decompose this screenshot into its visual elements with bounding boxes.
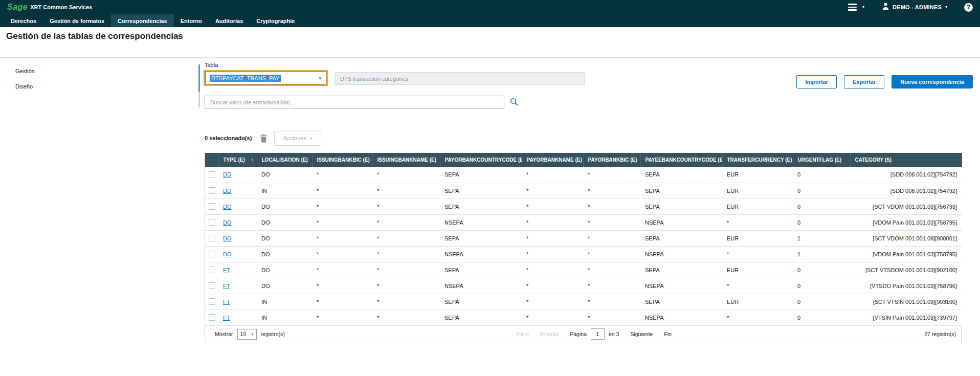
type-link[interactable]: DD	[223, 188, 231, 194]
type-link[interactable]: DO	[223, 219, 232, 226]
menu-caret-icon[interactable]: ▾	[862, 5, 864, 9]
importar-button[interactable]: Importar	[796, 75, 837, 89]
cell-urgentflag-e: 0	[793, 183, 850, 198]
cell-category-s: [VTSIN Pain 001.001.03][739797]	[850, 309, 962, 325]
cell-type-e: FT	[218, 294, 257, 309]
pagination-bar: Mostrar 10 ▾ registro(s) Inicio Anterior…	[205, 326, 961, 343]
selected-count: 0 seleccionado(s)	[205, 135, 252, 141]
cell-issuingbankbic-e: *	[312, 230, 372, 246]
row-checkbox[interactable]	[209, 187, 215, 194]
nueva-correspondencia-button[interactable]: Nueva correspondencia	[892, 75, 973, 89]
type-link[interactable]: FT	[223, 283, 230, 289]
table-body: DDDO**SEPA**SEPAEUR0[SDD 008.001.02][754…	[205, 167, 962, 325]
row-checkbox[interactable]	[209, 171, 215, 178]
cell-payorbankbic-e: *	[583, 278, 640, 294]
tabla-combobox[interactable]: DTSPAYCAT_TRANS_PAY ▾	[204, 70, 328, 86]
cell-payorbankcountrycode-e: NSEPA	[440, 278, 522, 294]
row-checkbox[interactable]	[209, 219, 215, 226]
type-link[interactable]: DD	[223, 171, 231, 178]
exportar-button[interactable]: Exportar	[844, 75, 884, 89]
search-icon	[510, 98, 518, 106]
type-link[interactable]: DO	[223, 204, 232, 210]
cell-urgentflag-e: 0	[793, 294, 850, 309]
column-header-type-e[interactable]: TYPE (E)↑	[218, 153, 257, 167]
column-header-localisation-e[interactable]: LOCALISATION (E)	[257, 153, 312, 167]
row-checkbox[interactable]	[209, 251, 215, 257]
sort-ascending-icon: ↑	[251, 157, 254, 163]
user-caret-icon: ▾	[945, 5, 947, 9]
cell-localisation-e: DO	[257, 167, 312, 183]
type-link[interactable]: DO	[223, 235, 232, 241]
row-checkbox[interactable]	[209, 267, 215, 273]
help-icon[interactable]: ?	[964, 3, 973, 12]
nav-tab-derechos[interactable]: Derechos	[4, 14, 43, 27]
page-title: Gestión de las tablas de correspondencia…	[6, 31, 183, 41]
row-checkbox-cell	[205, 198, 218, 214]
cell-transfercurrency-e: EUR	[722, 230, 793, 246]
nav-tab-correspondencias[interactable]: Correspondencias	[111, 14, 174, 27]
user-icon	[882, 3, 889, 12]
delete-button[interactable]	[260, 134, 268, 143]
row-checkbox[interactable]	[209, 314, 215, 321]
cell-category-s: [SCT VTSIN 001.001.03][903100]	[850, 294, 962, 309]
column-header-issuingbankname-e[interactable]: ISSUINGBANKNAME (E)	[372, 153, 440, 167]
type-link[interactable]: FT	[223, 267, 230, 273]
last-page-button[interactable]: Fin	[664, 331, 672, 337]
search-button[interactable]	[509, 98, 519, 107]
cell-issuingbankname-e: *	[372, 167, 440, 183]
column-header-urgentflag-e[interactable]: URGENTFLAG (E)	[793, 153, 850, 167]
cell-payorbankname-e: *	[522, 214, 583, 230]
menu-icon[interactable]	[847, 3, 858, 11]
cell-category-s: [SCT VTSDOM 001.001.03][902100]	[850, 262, 962, 278]
type-link[interactable]: FT	[223, 299, 230, 305]
cell-issuingbankname-e: *	[372, 230, 440, 246]
row-checkbox[interactable]	[209, 282, 215, 289]
cell-payeebankcountrycode-e: NSEPA	[640, 214, 722, 230]
column-header-payorbankbic-e[interactable]: PAYORBANKBIC (E)	[583, 153, 640, 167]
cell-urgentflag-e: 1	[793, 230, 850, 246]
type-link[interactable]: FT	[223, 315, 230, 321]
row-checkbox[interactable]	[209, 235, 215, 241]
cell-transfercurrency-e: EUR	[722, 198, 793, 214]
user-name: DEMO - ADMINES	[893, 4, 942, 10]
row-checkbox-cell	[205, 262, 218, 278]
previous-page-button[interactable]: Anterior	[540, 331, 559, 337]
cell-category-s: [VDOM Pain 001.001.03][758795]	[850, 214, 962, 230]
cell-issuingbankbic-e: *	[312, 214, 372, 230]
column-header-issuingbankbic-e[interactable]: ISSUINGBANKBIC (E)	[312, 153, 372, 167]
column-header-label: ISSUINGBANKNAME (E)	[377, 157, 437, 163]
row-checkbox[interactable]	[209, 203, 215, 210]
nav-tab-auditor-as[interactable]: Auditorías	[209, 14, 250, 27]
row-checkbox[interactable]	[209, 298, 215, 305]
column-header-payorbankcountrycode-e[interactable]: PAYORBANKCOUNTRYCODE (E)	[440, 153, 522, 167]
page-size-select[interactable]: 10 ▾	[237, 329, 257, 340]
type-link[interactable]: DO	[223, 251, 232, 257]
sidebar-item-dise-o[interactable]: Diseño	[15, 83, 35, 90]
cell-issuingbankname-e: *	[372, 309, 440, 325]
column-header-payorbankname-e[interactable]: PAYORBANKNAME (E)	[522, 153, 583, 167]
cell-localisation-e: DO	[257, 198, 312, 214]
nav-tab-gesti-n-de-formatos[interactable]: Gestión de formatos	[43, 14, 111, 27]
cell-transfercurrency-e: EUR	[722, 183, 793, 198]
next-page-button[interactable]: Siguiente	[630, 331, 653, 337]
table-row: DDIN**SEPA**SEPAEUR0[SDD 008.001.02][754…	[205, 183, 962, 198]
column-header-label: PAYEEBANKCOUNTRYCODE (E)	[645, 157, 723, 163]
tabla-description-field: DTS transaction categories	[335, 72, 585, 85]
acciones-button[interactable]: Acciones ▾	[274, 131, 321, 146]
cell-type-e: DO	[218, 230, 257, 246]
column-header-label: ISSUINGBANKBIC (E)	[317, 157, 370, 163]
first-page-button[interactable]: Inicio	[516, 331, 529, 337]
column-header-label: LOCALISATION (E)	[262, 157, 308, 163]
column-header-category-s[interactable]: CATEGORY (S)	[850, 153, 962, 167]
search-input[interactable]	[205, 96, 504, 108]
column-header-payeebankcountrycode-e[interactable]: PAYEEBANKCOUNTRYCODE (E)	[640, 153, 722, 167]
current-page-input[interactable]	[591, 328, 605, 340]
column-header-label: URGENTFLAG (E)	[798, 157, 842, 163]
nav-tab-entorno[interactable]: Entorno	[174, 14, 209, 27]
nav-tab-cryptographie[interactable]: Cryptographie	[250, 14, 301, 27]
sidebar-item-gesti-n[interactable]: Gestión	[15, 68, 35, 74]
column-header-transfercurrency-e[interactable]: TRANSFERCURRENCY (E)	[722, 153, 793, 167]
cell-type-e: DO	[218, 246, 257, 262]
user-menu[interactable]: DEMO - ADMINES ▾	[882, 3, 947, 12]
cell-payorbankcountrycode-e: SEPA	[440, 230, 522, 246]
